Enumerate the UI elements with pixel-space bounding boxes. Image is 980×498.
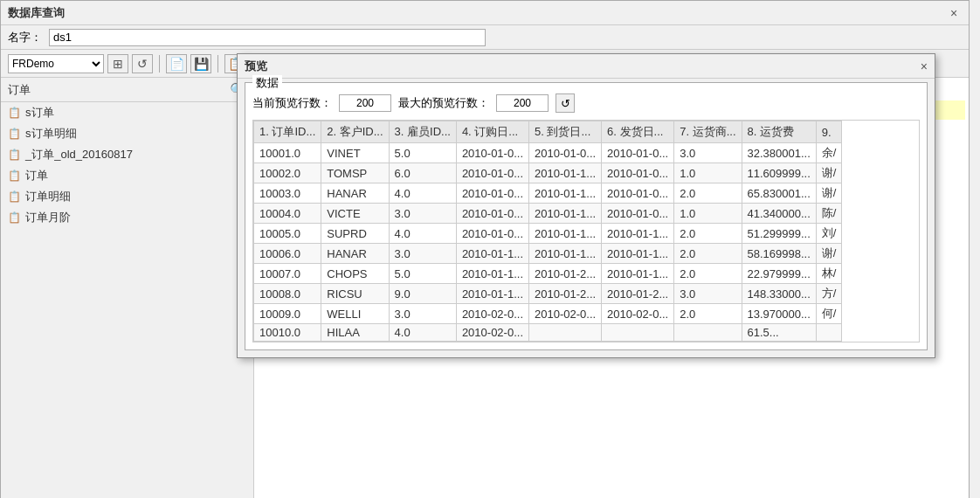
tree-item-5[interactable]: 📋 订单月阶 bbox=[1, 207, 253, 228]
tree-item-2[interactable]: 📋 _订单_old_20160817 bbox=[1, 144, 253, 165]
tree-item-1[interactable]: 📋 s订单明细 bbox=[1, 123, 253, 144]
table-row: 10007.0CHOPS5.02010-01-1...2010-01-2...2… bbox=[254, 264, 842, 284]
table-cell-5-5: 2010-01-1... bbox=[602, 244, 674, 264]
toolbar-btn-refresh[interactable]: ↺ bbox=[132, 54, 153, 73]
tree-label-2: _订单_old_20160817 bbox=[25, 147, 133, 163]
table-cell-7-8: 方/ bbox=[816, 284, 842, 304]
left-panel: 订单 🔍 📋 s订单 📋 s订单明细 📋 _订单_old_20160817 📋 … bbox=[1, 78, 254, 498]
table-cell-8-0: 10009.0 bbox=[254, 304, 321, 324]
table-cell-1-2: 6.0 bbox=[389, 163, 456, 183]
table-cell-4-0: 10005.0 bbox=[254, 224, 321, 244]
table-cell-1-7: 11.609999... bbox=[742, 163, 816, 183]
table-cell-3-2: 3.0 bbox=[389, 204, 456, 224]
table-cell-3-0: 10004.0 bbox=[254, 204, 321, 224]
max-rows-label: 最大的预览行数： bbox=[398, 95, 489, 111]
grid-icon: ⊞ bbox=[113, 57, 123, 71]
table-row: 10004.0VICTE3.02010-01-0...2010-01-1...2… bbox=[254, 204, 842, 224]
table-cell-3-3: 2010-01-0... bbox=[456, 204, 528, 224]
table-cell-9-4 bbox=[529, 324, 602, 342]
col-header-3: 4. 订购日... bbox=[456, 121, 528, 143]
tree-label-4: 订单明细 bbox=[25, 189, 71, 204]
toolbar-btn-save[interactable]: 💾 bbox=[190, 54, 211, 73]
table-cell-4-6: 2.0 bbox=[674, 224, 742, 244]
tree-item-3[interactable]: 📋 订单 bbox=[1, 165, 253, 186]
table-cell-2-0: 10003.0 bbox=[254, 183, 321, 204]
table-cell-9-7: 61.5... bbox=[742, 324, 816, 342]
table-cell-9-2: 4.0 bbox=[389, 324, 456, 342]
table-cell-1-0: 10002.0 bbox=[254, 163, 321, 183]
table-cell-8-4: 2010-02-0... bbox=[529, 304, 602, 324]
table-cell-4-7: 51.299999... bbox=[742, 224, 816, 244]
table-cell-5-2: 3.0 bbox=[389, 244, 456, 264]
connection-select[interactable]: FRDemo bbox=[8, 54, 104, 73]
table-cell-6-5: 2010-01-1... bbox=[602, 264, 674, 284]
table-cell-4-5: 2010-01-1... bbox=[602, 224, 674, 244]
table-cell-1-4: 2010-01-1... bbox=[529, 163, 602, 183]
save-icon: 💾 bbox=[194, 57, 209, 71]
table-cell-6-1: CHOPS bbox=[321, 264, 389, 284]
table-cell-8-3: 2010-02-0... bbox=[456, 304, 528, 324]
toolbar-btn-1[interactable]: ⊞ bbox=[107, 54, 128, 73]
table-cell-8-8: 何/ bbox=[816, 304, 842, 324]
dialog-close-button[interactable]: × bbox=[921, 59, 928, 73]
tree-label-1: s订单明细 bbox=[25, 126, 77, 142]
table-cell-5-7: 58.169998... bbox=[742, 244, 816, 264]
table-icon-1: 📋 bbox=[8, 128, 21, 140]
table-cell-0-0: 10001.0 bbox=[254, 143, 321, 163]
table-cell-2-8: 谢/ bbox=[816, 183, 842, 204]
table-cell-3-5: 2010-01-0... bbox=[602, 204, 674, 224]
table-cell-2-3: 2010-01-0... bbox=[456, 183, 528, 204]
table-cell-9-6 bbox=[674, 324, 742, 342]
table-cell-4-4: 2010-01-1... bbox=[529, 224, 602, 244]
dialog-title: 预览 bbox=[245, 59, 267, 74]
table-cell-1-6: 1.0 bbox=[674, 163, 742, 183]
file-icon: 📄 bbox=[169, 57, 184, 71]
main-window: 数据库查询 × 名字： FRDemo ⊞ ↺ 📄 💾 📋 缓存设置 采用服务器设… bbox=[0, 0, 970, 498]
table-cell-0-6: 3.0 bbox=[674, 143, 742, 163]
table-cell-7-3: 2010-01-1... bbox=[456, 284, 528, 304]
tree-label-3: 订单 bbox=[25, 168, 48, 183]
table-cell-8-6: 2.0 bbox=[674, 304, 742, 324]
table-cell-0-5: 2010-01-0... bbox=[602, 143, 674, 163]
max-rows-input[interactable] bbox=[496, 94, 549, 112]
table-cell-6-0: 10007.0 bbox=[254, 264, 321, 284]
table-cell-6-8: 林/ bbox=[816, 264, 842, 284]
table-cell-2-6: 2.0 bbox=[674, 183, 742, 204]
preview-refresh-button[interactable]: ↺ bbox=[556, 93, 575, 113]
name-input[interactable] bbox=[49, 29, 486, 46]
table-cell-0-3: 2010-01-0... bbox=[456, 143, 528, 163]
table-cell-7-4: 2010-01-2... bbox=[529, 284, 602, 304]
table-cell-0-2: 5.0 bbox=[389, 143, 456, 163]
table-cell-3-1: VICTE bbox=[321, 204, 389, 224]
table-cell-8-1: WELLI bbox=[321, 304, 389, 324]
tree-item-4[interactable]: 📋 订单明细 bbox=[1, 186, 253, 207]
tree-label-5: 订单月阶 bbox=[25, 210, 71, 225]
dialog-body: 数据 当前预览行数： 最大的预览行数： ↺ bbox=[238, 79, 935, 357]
table-cell-3-6: 1.0 bbox=[674, 204, 742, 224]
col-header-6: 7. 运货商... bbox=[674, 121, 742, 143]
data-table-wrapper[interactable]: 1. 订单ID... 2. 客户ID... 3. 雇员ID... 4. 订购日.… bbox=[252, 120, 920, 342]
table-cell-0-1: VINET bbox=[321, 143, 389, 163]
tree-item-0[interactable]: 📋 s订单 bbox=[1, 102, 253, 123]
table-cell-6-6: 2.0 bbox=[674, 264, 742, 284]
table-icon-2: 📋 bbox=[8, 149, 21, 161]
table-cell-8-7: 13.970000... bbox=[742, 304, 816, 324]
table-cell-9-0: 10010.0 bbox=[254, 324, 321, 342]
tree-label-0: s订单 bbox=[25, 105, 54, 121]
col-header-7: 8. 运货费 bbox=[742, 121, 816, 143]
toolbar-btn-file[interactable]: 📄 bbox=[166, 54, 187, 73]
table-cell-1-3: 2010-01-0... bbox=[456, 163, 528, 183]
col-header-1: 2. 客户ID... bbox=[321, 121, 389, 143]
table-row: 10005.0SUPRD4.02010-01-0...2010-01-1...2… bbox=[254, 224, 842, 244]
main-close-button[interactable]: × bbox=[946, 5, 962, 21]
table-cell-2-4: 2010-01-1... bbox=[529, 183, 602, 204]
table-cell-2-1: HANAR bbox=[321, 183, 389, 204]
table-cell-7-1: RICSU bbox=[321, 284, 389, 304]
table-row: 10006.0HANAR3.02010-01-1...2010-01-1...2… bbox=[254, 244, 842, 264]
table-cell-5-8: 谢/ bbox=[816, 244, 842, 264]
preview-refresh-icon: ↺ bbox=[561, 97, 570, 110]
table-cell-0-7: 32.380001... bbox=[742, 143, 816, 163]
table-row: 10009.0WELLI3.02010-02-0...2010-02-0...2… bbox=[254, 304, 842, 324]
table-cell-5-1: HANAR bbox=[321, 244, 389, 264]
current-rows-input[interactable] bbox=[339, 94, 391, 112]
